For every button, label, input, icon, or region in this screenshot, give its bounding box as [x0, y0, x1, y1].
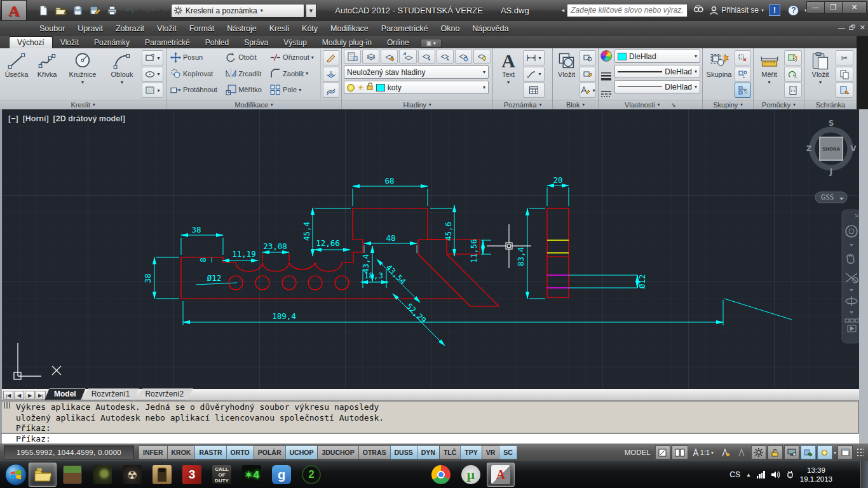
- panel-label-skupiny[interactable]: Skupiny▾: [703, 100, 753, 109]
- layer-dropdown[interactable]: ☀ koty▾: [344, 81, 489, 94]
- ellipse-button[interactable]: ▾: [142, 67, 163, 82]
- ribbon-minimize-button[interactable]: ▣ ▾: [421, 39, 442, 48]
- tray-expand-icon[interactable]: ▲: [746, 472, 751, 478]
- cut-button[interactable]: ✂: [836, 50, 853, 65]
- text-dropdown[interactable]: ▾: [507, 79, 510, 85]
- layer-thaw-icon[interactable]: ☀: [357, 84, 364, 92]
- merit-dropdown[interactable]: ▾: [768, 79, 770, 85]
- annotation-visibility-button[interactable]: [718, 445, 733, 459]
- toggle-infer[interactable]: INFER: [139, 445, 168, 459]
- zaoblit-dropdown[interactable]: ▾: [306, 71, 308, 76]
- tab-online[interactable]: Online: [379, 37, 417, 48]
- tab-rozvrzeni1[interactable]: Rozvržení1: [82, 388, 140, 400]
- panel-label-poznamka[interactable]: Poznámka▾: [493, 100, 552, 109]
- viewcube[interactable]: SHORA S Z V J GSS: [806, 119, 857, 203]
- otocit-button[interactable]: Otočit: [224, 50, 267, 65]
- ellipse-dropdown[interactable]: ▾: [157, 71, 159, 77]
- explode-button[interactable]: [323, 67, 339, 82]
- viewcube-south[interactable]: J: [829, 167, 832, 176]
- taskbar-game5-button[interactable]: 2: [297, 463, 325, 487]
- taskbar-stalker-button[interactable]: ☢: [118, 463, 146, 487]
- krivka-button[interactable]: Křivka: [32, 50, 62, 98]
- taskbar-gta-button[interactable]: [148, 463, 176, 487]
- layer-isolate-button[interactable]: [418, 50, 435, 64]
- open-file-button[interactable]: [53, 4, 68, 18]
- panel-label-kreslit[interactable]: Kreslit▾: [0, 100, 166, 109]
- prev-tab-button[interactable]: ◀: [14, 391, 24, 400]
- sign-in-button[interactable]: Přihlásit se ▾: [709, 6, 764, 15]
- exchange-apps-icon[interactable]: !: [766, 3, 783, 17]
- tab-poznamky[interactable]: Poznámky: [86, 37, 137, 48]
- undo-dropdown[interactable]: ▾: [139, 8, 141, 13]
- menu-vlozit[interactable]: Vložit: [151, 22, 183, 36]
- quick-select-button[interactable]: [784, 50, 802, 65]
- last-tab-button[interactable]: ▶|: [36, 391, 46, 400]
- language-indicator[interactable]: CS: [729, 470, 740, 479]
- volume-icon[interactable]: [771, 470, 780, 479]
- attributes-dropdown[interactable]: ▾: [592, 88, 595, 93]
- copy-clip-button[interactable]: [836, 67, 853, 82]
- tab-pohled[interactable]: Pohled: [198, 37, 236, 48]
- network-icon[interactable]: [757, 471, 765, 478]
- help-icon[interactable]: ?: [785, 3, 802, 17]
- panel-label-hladiny[interactable]: Hladiny▾: [342, 100, 492, 109]
- search-icon[interactable]: [690, 3, 707, 17]
- redo-dropdown[interactable]: ▾: [160, 8, 163, 13]
- taskbar-mw3-button[interactable]: CALLOFDUTY: [208, 463, 236, 487]
- toggle-otras[interactable]: OTRAS: [358, 445, 391, 459]
- taskbar-game2-button[interactable]: [88, 463, 116, 487]
- group-edit-button[interactable]: [735, 67, 751, 82]
- oblouk-dropdown[interactable]: ▾: [121, 79, 123, 85]
- create-block-button[interactable]: [580, 50, 596, 65]
- viewcube-west[interactable]: Z: [806, 144, 812, 153]
- layer-unlock-icon[interactable]: [367, 83, 374, 92]
- viewcube-north[interactable]: S: [829, 119, 834, 128]
- layout-icon-button[interactable]: [672, 445, 688, 459]
- rectangle-button[interactable]: ▾: [142, 50, 163, 65]
- taskbar-chrome-button[interactable]: [427, 463, 455, 487]
- next-tab-button[interactable]: ▶: [25, 391, 35, 400]
- power-plug-icon[interactable]: [786, 470, 794, 479]
- tab-vystup[interactable]: Výstup: [276, 37, 315, 48]
- doc-restore-button[interactable]: 🗗: [849, 24, 856, 32]
- minimize-button[interactable]: —: [806, 1, 825, 13]
- toggle-sc[interactable]: SC: [499, 445, 517, 459]
- pole-dropdown[interactable]: ▾: [299, 87, 301, 93]
- panel-label-pomucky[interactable]: Pomůcky▾: [754, 100, 804, 109]
- show-desktop-button[interactable]: [860, 461, 868, 488]
- redo-button[interactable]: [143, 4, 158, 18]
- toggle-tlc[interactable]: TLČ: [439, 445, 461, 459]
- menu-parametricke[interactable]: Parametrické: [375, 22, 435, 36]
- toggle-uchop[interactable]: UCHOP: [285, 445, 318, 459]
- layer-freeze-button[interactable]: [455, 50, 472, 64]
- command-window-grip[interactable]: [4, 402, 11, 409]
- save-as-button[interactable]: [87, 4, 102, 18]
- model-space-button[interactable]: MODEL: [621, 445, 654, 459]
- tab-model[interactable]: Model: [44, 388, 86, 400]
- layer-properties-button[interactable]: [344, 50, 361, 64]
- taskbar-minecraft-button[interactable]: [58, 463, 86, 487]
- viewcube-east[interactable]: V: [850, 144, 857, 153]
- linetype-dropdown[interactable]: DleHlad▾: [614, 80, 700, 93]
- workspace-switch-button[interactable]: [751, 445, 766, 459]
- merit-button[interactable]: Měřit ▾: [756, 50, 783, 98]
- lineweight-icon[interactable]: [600, 72, 612, 81]
- skupina-button[interactable]: Skupina: [705, 50, 733, 98]
- vlastnosti-dialog-launcher[interactable]: ⇘: [671, 102, 676, 108]
- hatch-button[interactable]: ▾: [142, 83, 163, 98]
- menu-napoveda[interactable]: Nápověda: [466, 22, 515, 36]
- panel-label-vlastnosti[interactable]: Vlastnosti▾⇘: [599, 100, 702, 109]
- tab-vlozit[interactable]: Vložit: [53, 37, 86, 48]
- status-bar-grip[interactable]: [857, 448, 864, 457]
- application-menu-button[interactable]: A: [1, 0, 27, 21]
- color-wheel-icon[interactable]: [600, 50, 612, 62]
- zrcadlit-button[interactable]: Zrcadlit: [224, 66, 267, 81]
- group-selection-toggle[interactable]: [735, 83, 751, 98]
- taskbar-autocad-button[interactable]: A: [487, 463, 515, 487]
- toggle-rastr[interactable]: RASTR: [194, 445, 226, 459]
- model-icon-button[interactable]: [655, 445, 670, 459]
- undo-button[interactable]: [121, 4, 137, 18]
- taskbar-game4-button[interactable]: ✶4: [238, 463, 266, 487]
- layer-on-icon[interactable]: [347, 84, 355, 92]
- leader-button[interactable]: ▾: [523, 67, 545, 82]
